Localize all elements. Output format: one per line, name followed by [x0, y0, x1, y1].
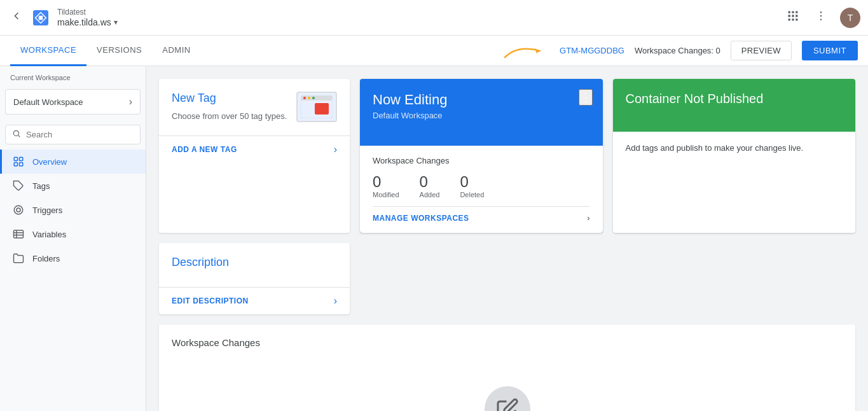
changes-row: 0 Modified 0 Added 0 Deleted [373, 173, 590, 199]
new-tag-description: Choose from over 50 tag types. [172, 110, 287, 123]
add-tag-arrow-icon: › [334, 144, 337, 155]
added-label: Added [420, 191, 440, 199]
arrow-svg [499, 41, 549, 60]
variables-icon [12, 228, 25, 240]
tab-versions[interactable]: VERSIONS [86, 36, 152, 66]
sidebar-item-label-triggers: Triggers [32, 206, 62, 215]
workspace-changes-count: Workspace Changes: 0 [635, 46, 720, 55]
tags-icon [12, 180, 25, 192]
sidebar-item-label-tags: Tags [32, 181, 50, 191]
change-deleted: 0 Deleted [460, 173, 484, 199]
new-tag-card: New Tag Choose from over 50 tag types. [159, 79, 350, 233]
svg-point-14 [820, 15, 822, 17]
sidebar-item-label-folders: Folders [32, 254, 60, 263]
change-added: 0 Added [420, 173, 440, 199]
grid-button[interactable] [784, 7, 802, 28]
add-new-tag-link[interactable]: ADD A NEW TAG › [159, 136, 350, 163]
svg-rect-3 [39, 15, 43, 19]
container-not-published-card: Container Not Published Add tags and pub… [613, 79, 856, 233]
svg-point-17 [13, 130, 18, 136]
overview-icon [12, 156, 25, 167]
svg-rect-11 [792, 18, 794, 20]
svg-rect-6 [796, 11, 797, 13]
sidebar-item-label-overview: Overview [32, 157, 67, 167]
not-published-description: Add tags and publish to make your change… [626, 142, 843, 155]
search-icon [12, 129, 21, 140]
svg-point-28 [303, 97, 306, 99]
workspace-changes-section-title: Workspace Changes [172, 337, 843, 348]
pencil-svg [496, 398, 519, 411]
now-editing-subtitle: Default Workspace [373, 111, 590, 120]
tab-workspace[interactable]: WORKSPACE [10, 36, 86, 66]
added-count: 0 [420, 173, 440, 191]
preview-button[interactable]: PREVIEW [731, 41, 792, 60]
gtm-container-id[interactable]: GTM-MGGDDBG [560, 46, 624, 55]
svg-rect-10 [789, 18, 790, 20]
workspace-selector[interactable]: Default Workspace › [5, 89, 141, 115]
svg-rect-4 [789, 11, 790, 13]
svg-marker-16 [535, 48, 540, 53]
url-dropdown-arrow[interactable]: ▾ [114, 18, 118, 27]
svg-rect-25 [14, 230, 24, 238]
svg-rect-18 [14, 157, 17, 160]
nav-tab-actions: GTM-MGGDDBG Workspace Changes: 0 PREVIEW… [499, 41, 858, 60]
workspace-changes-title: Workspace Changes [373, 156, 590, 165]
sidebar-item-label-variables: Variables [32, 230, 66, 239]
back-button[interactable] [8, 7, 25, 28]
svg-rect-8 [792, 15, 794, 17]
search-input[interactable] [26, 130, 134, 139]
workspace-name: Default Workspace [13, 97, 83, 107]
now-editing-menu-button[interactable]: ⋮ [579, 89, 593, 106]
main-layout: Current Workspace Default Workspace › [0, 66, 868, 411]
svg-rect-7 [789, 15, 790, 17]
manage-workspaces-link[interactable]: MANAGE WORKSPACES › [373, 206, 590, 223]
svg-rect-5 [792, 11, 794, 13]
svg-rect-12 [796, 18, 797, 20]
add-tag-label: ADD A NEW TAG [172, 145, 237, 154]
workspace-changes-empty-state [172, 373, 843, 411]
workspace-changes-section-wrapper [360, 243, 855, 314]
sidebar-item-triggers[interactable]: Triggers [0, 198, 146, 222]
svg-point-30 [312, 97, 315, 99]
now-editing-card: ⋮ Now Editing Default Workspace Workspac… [360, 79, 603, 233]
description-title: Description [172, 256, 337, 269]
new-tag-title: New Tag [172, 92, 287, 105]
top-bar: Tildatest make.tilda.ws ▾ T [0, 0, 868, 36]
sidebar-item-overview[interactable]: Overview [0, 150, 146, 174]
manage-workspaces-arrow-icon: › [587, 213, 589, 223]
site-url[interactable]: make.tilda.ws ▾ [57, 17, 118, 27]
manage-workspaces-label: MANAGE WORKSPACES [373, 214, 469, 223]
edit-description-label: EDIT DESCRIPTION [172, 296, 249, 305]
workspace-chevron-icon: › [129, 96, 132, 108]
change-modified: 0 Modified [373, 173, 399, 199]
pencil-circle-icon [485, 386, 530, 411]
tag-browser-icon [296, 92, 337, 122]
svg-rect-20 [14, 163, 17, 166]
sidebar-item-folders[interactable]: Folders [0, 246, 146, 270]
sidebar: Current Workspace Default Workspace › [0, 66, 146, 411]
more-options-button[interactable] [812, 7, 830, 28]
not-published-title: Container Not Published [626, 92, 843, 106]
modified-count: 0 [373, 173, 399, 191]
svg-rect-9 [796, 15, 797, 17]
sidebar-item-variables[interactable]: Variables [0, 222, 146, 246]
svg-rect-31 [315, 103, 329, 115]
svg-point-24 [17, 208, 20, 212]
tab-admin[interactable]: ADMIN [152, 36, 200, 66]
description-card: Description EDIT DESCRIPTION › [159, 243, 350, 314]
workspace-changes-section: Workspace Changes [159, 324, 855, 411]
avatar[interactable]: T [840, 8, 860, 28]
search-box[interactable] [5, 125, 141, 144]
nav-tabs: WORKSPACE VERSIONS ADMIN GTM-MGGDDBG Wor… [0, 36, 868, 66]
browser-svg [301, 95, 333, 118]
site-info: Tildatest make.tilda.ws ▾ [57, 8, 118, 27]
top-cards-row: New Tag Choose from over 50 tag types. [159, 79, 855, 233]
folders-icon [12, 253, 25, 264]
sidebar-item-tags[interactable]: Tags [0, 174, 146, 198]
edit-description-link[interactable]: EDIT DESCRIPTION › [159, 287, 350, 314]
gtm-id-annotation [499, 41, 549, 60]
svg-point-15 [820, 19, 822, 21]
svg-rect-21 [20, 163, 23, 166]
submit-button[interactable]: SUBMIT [802, 41, 858, 60]
svg-point-23 [14, 206, 23, 214]
